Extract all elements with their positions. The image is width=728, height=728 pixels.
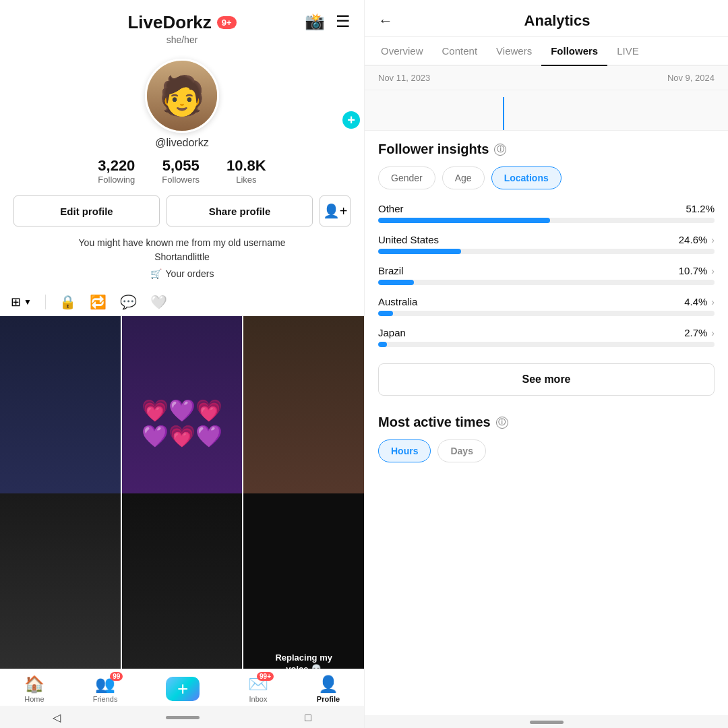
likes-stat[interactable]: 10.8K Likes [226, 157, 266, 185]
avatar-add-icon[interactable]: + [341, 110, 361, 130]
grid-icon: ⊞ [11, 295, 21, 309]
tab-followers[interactable]: Followers [541, 37, 607, 65]
right-panel: ← Analytics Overview Content Viewers Fol… [364, 0, 728, 728]
plus-icon: + [177, 679, 188, 698]
location-header-us: United States 24.6% › [378, 234, 715, 245]
share-profile-button[interactable]: Share profile [166, 195, 313, 226]
subtab-gender-label: Gender [391, 173, 423, 183]
tab-content[interactable]: Content [433, 37, 487, 65]
hours-tab[interactable]: Hours [378, 439, 431, 462]
analytics-title: Analytics [400, 12, 715, 30]
separator [45, 295, 46, 309]
inbox-label: Inbox [249, 695, 268, 703]
profile-icon: 👤 [318, 675, 338, 694]
location-row-australia[interactable]: Australia 4.4% › [378, 296, 715, 316]
chart-area [365, 90, 728, 131]
see-more-button[interactable]: See more [378, 363, 715, 396]
camera-icon[interactable]: 📸 [305, 12, 325, 31]
avatar[interactable]: 🧑 [145, 59, 219, 133]
location-name-japan: Japan [378, 327, 406, 338]
location-row-us[interactable]: United States 24.6% › [378, 234, 715, 254]
like-icon[interactable]: 🤍 [150, 294, 167, 310]
add-button[interactable]: + [166, 677, 200, 701]
location-row-brazil[interactable]: Brazil 10.7% › [378, 265, 715, 285]
tab-live-label: LIVE [617, 45, 639, 57]
subtab-locations[interactable]: Locations [491, 166, 562, 189]
progress-fill-other [378, 218, 550, 223]
nav-profile[interactable]: 👤 Profile [317, 675, 340, 703]
add-friend-button[interactable]: 👤+ [320, 195, 351, 226]
add-person-icon: 👤+ [323, 203, 348, 219]
location-pct-us: 24.6% › [679, 234, 715, 245]
notification-badge[interactable]: 9+ [217, 16, 237, 29]
progress-fill-australia [378, 311, 393, 316]
username: LiveDorkz [127, 12, 211, 33]
date-end: Nov 9, 2024 [667, 73, 715, 83]
subtab-locations-label: Locations [504, 173, 549, 183]
progress-fill-japan [378, 342, 387, 347]
nav-home[interactable]: 🏠 Home [24, 675, 44, 703]
active-time-tabs: Hours Days [378, 439, 715, 462]
sys-bar-right [365, 715, 728, 728]
orders-link[interactable]: 🛒 Your orders [0, 268, 364, 279]
following-count: 3,220 [98, 157, 135, 175]
inbox-badge: 99+ [257, 672, 274, 681]
video-thumb-6[interactable]: Replacing myvoice 💀don't take serious [243, 493, 364, 669]
tab-viewers[interactable]: Viewers [487, 37, 541, 65]
home-icon: 🏠 [24, 675, 44, 694]
repost-icon[interactable]: 🔁 [90, 294, 107, 310]
tab-overview[interactable]: Overview [371, 37, 433, 65]
home-label: Home [24, 695, 44, 703]
progress-track-australia [378, 311, 715, 316]
dropdown-icon: ▼ [24, 297, 32, 307]
location-header-japan: Japan 2.7% › [378, 327, 715, 338]
nav-inbox[interactable]: ✉️ 99+ Inbox [248, 675, 268, 703]
grid-filter-button[interactable]: ⊞ ▼ [11, 295, 32, 309]
home-indicator[interactable] [166, 716, 200, 719]
subtab-gender[interactable]: Gender [378, 166, 435, 189]
location-name-australia: Australia [378, 296, 417, 307]
most-active-section: Most active times ⓘ Hours Days [378, 415, 715, 462]
tab-live[interactable]: LIVE [607, 37, 648, 65]
subtab-age[interactable]: Age [442, 166, 485, 189]
most-active-label: Most active times [378, 415, 491, 430]
nav-add[interactable]: + [166, 677, 200, 701]
chevron-right-brazil: › [711, 266, 715, 276]
chart-line [503, 97, 504, 130]
bottom-nav: 🏠 Home 👥 99 Friends + ✉️ 99+ Inbox 👤 Pro… [0, 669, 364, 706]
recents-button[interactable]: □ [305, 712, 311, 724]
location-pct-other: 51.2% [686, 203, 715, 214]
edit-profile-button[interactable]: Edit profile [13, 195, 160, 226]
most-active-title: Most active times ⓘ [378, 415, 715, 430]
days-tab[interactable]: Days [437, 439, 485, 462]
back-sys-button[interactable]: ◁ [53, 711, 61, 724]
nav-friends[interactable]: 👥 99 Friends [93, 675, 118, 703]
avatar-section: 🧑 + [0, 59, 364, 133]
lock-icon[interactable]: 🔒 [59, 294, 76, 310]
location-row-other: Other 51.2% [378, 203, 715, 223]
sub-tabs: Gender Age Locations [378, 166, 715, 189]
tab-overview-label: Overview [381, 45, 423, 57]
analytics-back-button[interactable]: ← [378, 12, 393, 30]
bio: You might have known me from my old user… [0, 236, 364, 264]
location-row-japan[interactable]: Japan 2.7% › [378, 327, 715, 347]
location-header-australia: Australia 4.4% › [378, 296, 715, 307]
comment-icon[interactable]: 💬 [120, 294, 137, 310]
analytics-tabs: Overview Content Viewers Followers LIVE [365, 37, 728, 66]
video-thumb-5[interactable] [122, 493, 243, 669]
home-indicator-right[interactable] [530, 721, 564, 724]
location-pct-brazil: 10.7% › [679, 265, 715, 276]
top-bar: LiveDorkz 9+ she/her 📸 ☰ [0, 0, 364, 52]
menu-icon[interactable]: ☰ [336, 12, 351, 31]
following-stat[interactable]: 3,220 Following [98, 157, 135, 185]
followers-label: Followers [162, 175, 200, 185]
location-pct-australia: 4.4% › [684, 296, 715, 307]
orders-label: Your orders [166, 268, 214, 279]
days-label: Days [450, 446, 473, 456]
followers-stat[interactable]: 5,055 Followers [162, 157, 200, 185]
date-start: Nov 11, 2023 [378, 73, 430, 83]
follower-insights-info-icon[interactable]: ⓘ [494, 144, 506, 156]
followers-count: 5,055 [162, 157, 200, 175]
video-thumb-4[interactable] [0, 493, 121, 669]
most-active-info-icon[interactable]: ⓘ [496, 417, 508, 429]
